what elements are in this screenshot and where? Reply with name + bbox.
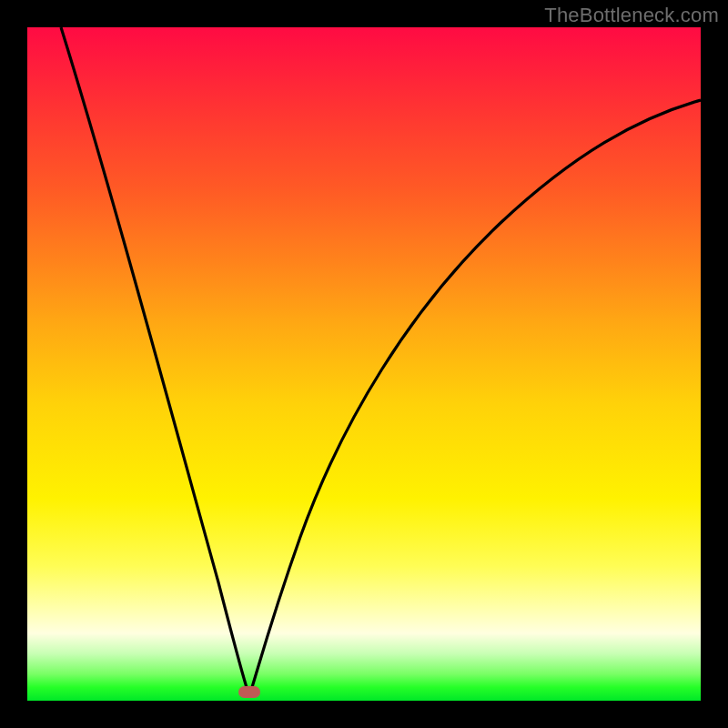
bottleneck-curve [27,27,701,701]
plot-area [27,27,701,701]
watermark-text: TheBottleneck.com [544,4,719,27]
curve-right-branch [249,100,701,696]
min-marker [238,686,260,698]
chart-frame: TheBottleneck.com [0,0,728,728]
curve-left-branch [61,27,249,696]
